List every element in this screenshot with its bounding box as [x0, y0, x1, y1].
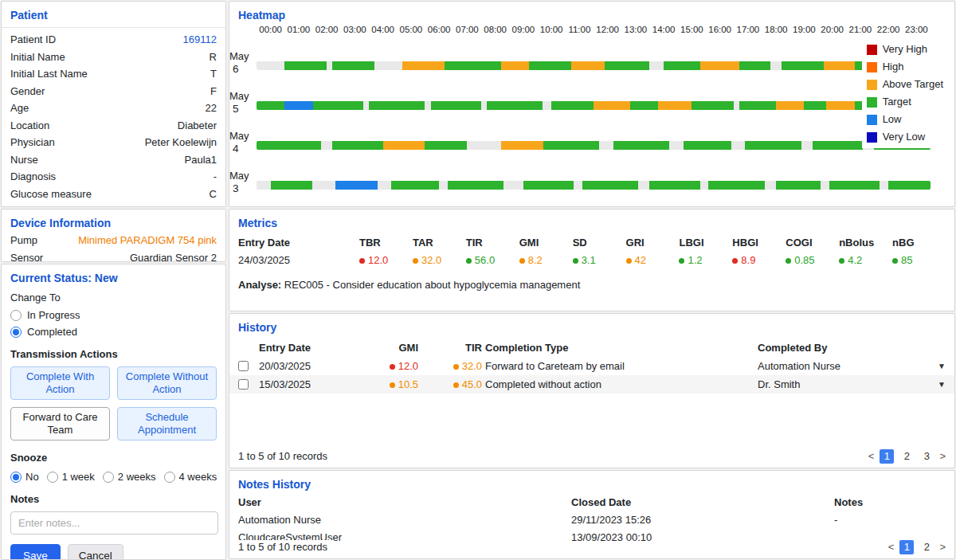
patient-field-row-age: Age22: [2, 100, 225, 117]
notes-history-page-1[interactable]: 1: [899, 540, 914, 554]
field-value: Peter Koelewijn: [145, 134, 217, 151]
history-panel: History Entry DateGMITIRCompletion TypeC…: [229, 313, 955, 468]
notes-history-notes: -: [834, 511, 946, 529]
history-completion-type: Completed without action: [485, 375, 758, 394]
metrics-entry-date: 24/03/2025: [238, 252, 359, 269]
heatmap-segment-gap: [700, 181, 709, 190]
history-row: 20/03/202512.032.0Forward to Careteam by…: [229, 357, 954, 375]
field-value: F: [210, 83, 217, 100]
snooze-title: Snooze: [2, 444, 225, 468]
history-rows: 20/03/202512.032.0Forward to Careteam by…: [229, 357, 954, 394]
save-button[interactable]: Save: [10, 544, 61, 560]
legend-swatch: [867, 132, 877, 143]
status-option-in-progress[interactable]: In Progress: [2, 307, 225, 323]
analyse-text: REC005 - Consider education about hypogl…: [284, 279, 580, 291]
history-pager: <123>: [868, 449, 946, 464]
hour-label: 08:00: [481, 25, 509, 34]
field-value[interactable]: 169112: [183, 31, 217, 49]
heatmap-hour-axis: 00:0001:0002:0003:0004:0005:0006:0007:00…: [257, 25, 931, 34]
notes-history-page-2[interactable]: 2: [919, 540, 934, 554]
heatmap-day-label: 4: [233, 143, 249, 155]
complete-without-action-button[interactable]: Complete Without Action: [117, 366, 217, 400]
history-col-completion-type: Completion Type: [485, 339, 758, 357]
heatmap-segment-gap: [439, 181, 448, 190]
heatmap-segment-target: [739, 101, 776, 110]
row-expand-arrow[interactable]: ▼: [923, 357, 946, 375]
history-completed-by: Dr. Smith: [758, 375, 923, 394]
hour-label: 07:00: [453, 25, 481, 34]
radio-icon[interactable]: [10, 327, 22, 338]
heatmap-segment-gap: [801, 141, 813, 150]
complete-with-action-button[interactable]: Complete With Action: [10, 366, 110, 400]
snooze-option-label: 4 weeks: [179, 471, 217, 483]
radio-icon[interactable]: [47, 472, 58, 483]
heatmap-row-label: May3: [233, 170, 249, 195]
snooze-option-no[interactable]: No: [10, 471, 39, 483]
device-information-title: Device Information: [2, 210, 225, 232]
history-header-row: Entry DateGMITIRCompletion TypeCompleted…: [229, 339, 954, 357]
status-option-completed[interactable]: Completed: [2, 323, 225, 340]
patient-field-row-initial-last-name: Initial Last NameT: [2, 65, 225, 83]
notes-history-user: Automation Nurse: [238, 511, 571, 529]
heatmap-segment-gap: [481, 101, 487, 110]
snooze-option-2-weeks[interactable]: 2 weeks: [103, 471, 156, 483]
heatmap-segment-target: [804, 101, 826, 110]
metrics-col-hbgi: HBGI: [732, 234, 786, 252]
field-label: Pump: [10, 232, 37, 249]
metric-number: 12.0: [398, 360, 418, 372]
radio-icon[interactable]: [103, 472, 114, 483]
snooze-option-label: No: [25, 471, 39, 483]
heatmap-bar: [257, 141, 931, 150]
heatmap-row-may-3: May3: [229, 155, 954, 195]
hour-label: 20:00: [818, 25, 846, 34]
metrics-value-cogi: 0.85: [786, 252, 839, 269]
notes-history-closed-date: 13/09/2023 00:10: [571, 529, 834, 546]
radio-icon[interactable]: [10, 310, 22, 321]
heatmap-segment-gap: [363, 101, 369, 110]
snooze-option-label: 2 weeks: [118, 471, 156, 483]
field-label: Glucose measure: [10, 186, 92, 203]
metrics-header-row: Entry DateTBRTARTIRGMISDGRILBGIHBGICOGIn…: [229, 234, 954, 252]
legend-swatch: [867, 97, 877, 108]
snooze-option-4-weeks[interactable]: 4 weeks: [164, 471, 217, 483]
notes-history-prev-page[interactable]: <: [888, 540, 895, 554]
history-page-1[interactable]: 1: [880, 449, 894, 464]
forward-to-care-team-button[interactable]: Forward to Care Team: [10, 407, 110, 441]
radio-icon[interactable]: [164, 472, 175, 483]
row-checkbox[interactable]: [238, 379, 249, 390]
heatmap-segment-gap: [257, 61, 284, 70]
history-next-page[interactable]: >: [939, 449, 946, 464]
heatmap-segment-target: [888, 181, 931, 190]
legend-label: Above Target: [883, 76, 943, 93]
legend-item-high: High: [867, 58, 943, 76]
metric-number: 32.0: [462, 360, 482, 372]
heatmap-segment-gap: [503, 181, 523, 190]
notes-history-next-page[interactable]: >: [939, 540, 946, 554]
legend-label: Low: [883, 111, 902, 128]
metric-number: 0.85: [794, 254, 814, 266]
hour-label: 22:00: [875, 25, 903, 34]
snooze-options: No1 week2 weeks4 weeks: [2, 468, 225, 485]
metrics-col-nbg: nBG: [892, 234, 946, 252]
status-dot: [413, 258, 418, 264]
radio-icon[interactable]: [10, 472, 22, 483]
heatmap-segment-target: [332, 141, 382, 150]
history-page-2[interactable]: 2: [899, 449, 914, 464]
schedule-appointment-button[interactable]: Schedule Appointment: [117, 407, 217, 441]
history-prev-page[interactable]: <: [868, 449, 875, 464]
hour-label: 21:00: [846, 25, 874, 34]
metrics-col-tir: TIR: [466, 234, 519, 252]
metrics-value-tar: 32.0: [413, 252, 466, 269]
notes-input[interactable]: [10, 511, 218, 535]
heatmap-segment-gap: [425, 101, 430, 110]
row-expand-arrow[interactable]: ▼: [923, 375, 946, 394]
heatmap-segment-target: [551, 101, 594, 110]
notes-history-rows: Automation Nurse29/11/2023 15:26-Cloudca…: [229, 511, 954, 546]
history-page-3[interactable]: 3: [919, 449, 934, 464]
status-option-label: In Progress: [27, 309, 80, 321]
snooze-option-1-week[interactable]: 1 week: [47, 471, 95, 483]
analyse-label: Analyse:: [238, 279, 281, 291]
row-checkbox[interactable]: [238, 361, 249, 371]
patient-field-row-glucose-measure: Glucose measureC: [2, 186, 225, 203]
cancel-button[interactable]: Cancel: [68, 544, 123, 560]
